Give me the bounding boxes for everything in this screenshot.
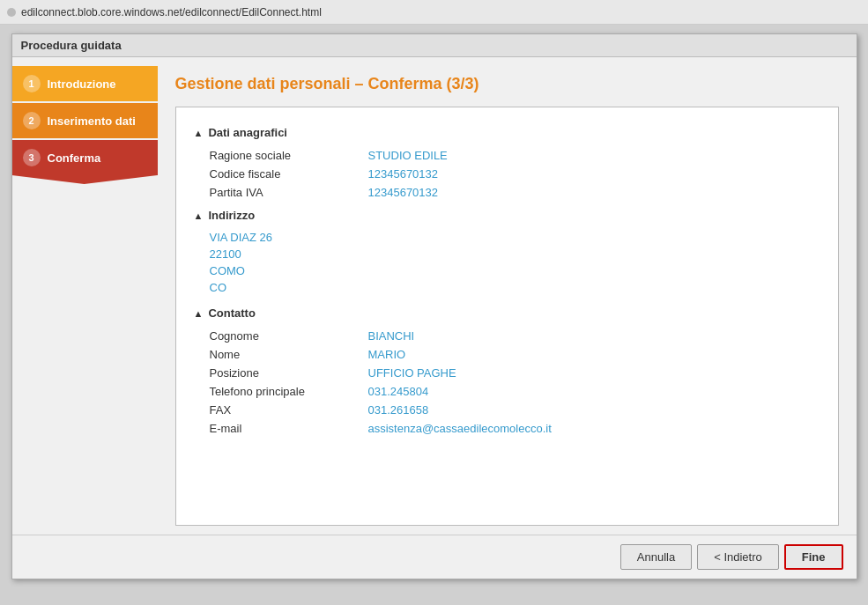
row-telefono: Telefono principale 031.245804: [194, 382, 820, 401]
sidebar-item-introduzione: 1 Introduzione: [12, 66, 158, 101]
row-posizione: Posizione UFFICIO PAGHE: [194, 364, 820, 382]
back-button[interactable]: < Indietro: [697, 544, 779, 570]
value-codice-fiscale: 12345670132: [368, 167, 439, 181]
dialog-body: 1 Introduzione 2 Inserimento dati 3 Conf…: [12, 57, 857, 535]
label-posizione: Posizione: [210, 366, 368, 380]
value-partita-iva: 12345670132: [368, 186, 439, 199]
content-panel: ▲ Dati anagrafici Ragione sociale STUDIO…: [175, 107, 839, 526]
step-1-number: 1: [23, 75, 41, 92]
dialog-title-bar: Procedura guidata: [12, 34, 857, 57]
section-title-indirizzo: Indirizzo: [208, 209, 255, 222]
browser-url: edilconnect.blob.core.windows.net/edilco…: [21, 6, 322, 18]
address-block: VIA DIAZ 26 22100 COMO CO: [194, 229, 820, 299]
row-ragione-sociale: Ragione sociale STUDIO EDILE: [194, 146, 820, 165]
label-nome: Nome: [210, 348, 368, 361]
value-email: assistenza@cassaedilecomolecco.it: [368, 422, 552, 435]
arrow-icon-dati: ▲: [194, 128, 204, 138]
row-partita-iva: Partita IVA 12345670132: [194, 183, 820, 202]
section-title-contatto: Contatto: [208, 306, 255, 320]
label-telefono: Telefono principale: [210, 385, 368, 398]
label-email: E-mail: [210, 422, 368, 435]
address-line-4: CO: [210, 279, 820, 296]
value-fax: 031.261658: [368, 403, 429, 417]
row-email: E-mail assistenza@cassaedilecomolecco.it: [194, 419, 820, 438]
value-ragione-sociale: STUDIO EDILE: [368, 149, 448, 162]
step-3-label: Conferma: [48, 151, 101, 165]
section-title-dati: Dati anagrafici: [208, 126, 287, 139]
label-ragione-sociale: Ragione sociale: [210, 149, 368, 162]
address-line-1: VIA DIAZ 26: [210, 229, 820, 246]
row-nome: Nome MARIO: [194, 345, 820, 364]
section-header-dati-anagrafici: ▲ Dati anagrafici: [194, 126, 820, 139]
arrow-icon-indirizzo: ▲: [194, 210, 204, 221]
step-1-label: Introduzione: [48, 77, 116, 91]
browser-address-bar: edilconnect.blob.core.windows.net/edilco…: [0, 0, 868, 25]
dialog-title: Procedura guidata: [21, 39, 122, 52]
main-content: Gestione dati personali – Conferma (3/3)…: [158, 57, 857, 535]
label-fax: FAX: [210, 403, 368, 417]
value-posizione: UFFICIO PAGHE: [368, 366, 456, 380]
cancel-button[interactable]: Annulla: [620, 544, 692, 570]
dialog-outer: Procedura guidata 1 Introduzione 2 Inser…: [0, 25, 868, 605]
value-cognome: BIANCHI: [368, 329, 415, 343]
value-telefono: 031.245804: [368, 385, 429, 398]
address-line-2: 22100: [210, 246, 820, 262]
step-2-number: 2: [23, 112, 41, 129]
row-fax: FAX 031.261658: [194, 401, 820, 419]
dialog-footer: Annulla < Indietro Fine: [12, 535, 857, 579]
label-codice-fiscale: Codice fiscale: [210, 167, 368, 181]
sidebar-item-conferma: 3 Conferma: [12, 140, 158, 175]
value-nome: MARIO: [368, 348, 406, 361]
label-cognome: Cognome: [210, 329, 368, 343]
address-line-3: COMO: [210, 262, 820, 279]
sidebar: 1 Introduzione 2 Inserimento dati 3 Conf…: [12, 57, 158, 535]
label-partita-iva: Partita IVA: [210, 186, 368, 199]
step-2-label: Inserimento dati: [48, 114, 136, 128]
row-cognome: Cognome BIANCHI: [194, 327, 820, 345]
dialog-window: Procedura guidata 1 Introduzione 2 Inser…: [11, 33, 857, 579]
section-header-indirizzo: ▲ Indirizzo: [194, 209, 820, 222]
finish-button[interactable]: Fine: [784, 544, 843, 570]
sidebar-item-inserimento: 2 Inserimento dati: [12, 103, 158, 138]
section-header-contatto: ▲ Contatto: [194, 306, 820, 320]
page-title: Gestione dati personali – Conferma (3/3): [175, 75, 839, 93]
arrow-icon-contatto: ▲: [194, 308, 204, 319]
row-codice-fiscale: Codice fiscale 12345670132: [194, 165, 820, 183]
step-3-number: 3: [23, 149, 41, 166]
